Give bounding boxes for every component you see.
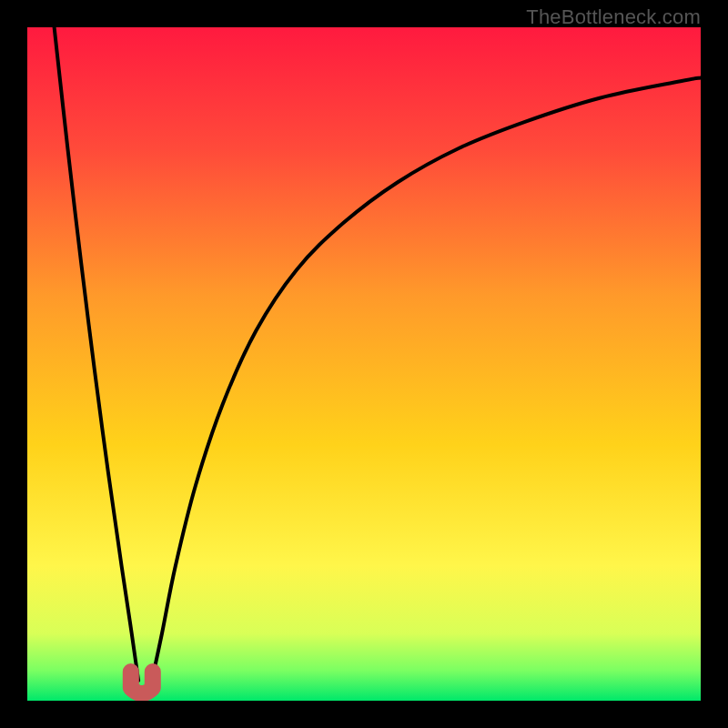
chart-frame: TheBottleneck.com — [0, 0, 728, 728]
watermark-text: TheBottleneck.com — [526, 5, 701, 29]
chart-svg — [27, 27, 701, 701]
plot-area — [27, 27, 701, 701]
